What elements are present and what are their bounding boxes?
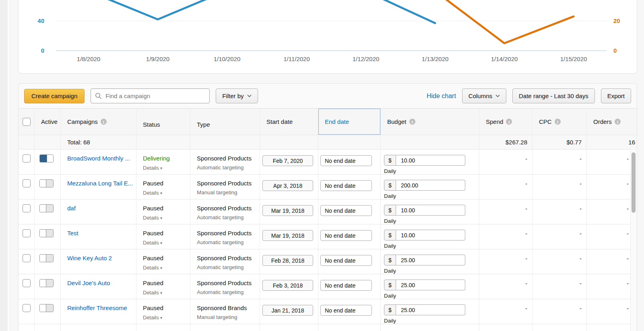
budget-period: Daily xyxy=(384,218,479,224)
campaign-link[interactable]: Wine Key Auto 2 xyxy=(67,255,112,261)
row-checkbox[interactable] xyxy=(23,304,31,312)
budget-input[interactable] xyxy=(396,255,465,265)
chevron-down-icon xyxy=(247,95,252,97)
date-range-button[interactable]: Date range - Last 30 days xyxy=(512,88,595,103)
campaign-cell: daf xyxy=(61,199,136,224)
status-cell: DeliveringDetails▾ xyxy=(136,150,190,174)
vertical-scrollbar[interactable] xyxy=(630,149,637,331)
details-expander[interactable]: Details▾ xyxy=(143,315,187,321)
spend-value: - xyxy=(479,175,533,199)
select-all-checkbox[interactable] xyxy=(23,118,31,126)
start-date-field[interactable]: Feb 28, 2018 xyxy=(262,255,313,266)
hide-chart-link[interactable]: Hide chart xyxy=(427,93,456,100)
active-toggle[interactable] xyxy=(39,279,54,287)
details-expander[interactable]: Details▾ xyxy=(143,265,187,271)
details-expander[interactable]: Details▾ xyxy=(143,290,187,296)
table-row: TestPausedDetails▾Sponsored ProductsAuto… xyxy=(19,224,637,249)
info-icon[interactable]: i xyxy=(409,119,415,125)
totals-empty-cell xyxy=(35,135,61,149)
end-date-input[interactable] xyxy=(320,180,372,191)
campaign-link[interactable]: BroadSword Monthly ... xyxy=(67,155,130,162)
budget-input[interactable] xyxy=(396,230,465,241)
details-expander[interactable]: Details▾ xyxy=(143,240,187,246)
start-date-field[interactable]: Mar 19, 2018 xyxy=(262,205,313,216)
search-input[interactable] xyxy=(91,88,210,103)
row-checkbox[interactable] xyxy=(23,229,31,237)
start-date-field[interactable]: Feb 3, 2018 xyxy=(262,280,313,291)
info-icon[interactable]: i xyxy=(506,119,512,125)
active-toggle[interactable] xyxy=(39,154,54,162)
column-header-type[interactable]: Type xyxy=(190,109,260,135)
budget-input[interactable] xyxy=(396,155,465,166)
info-icon[interactable]: i xyxy=(101,119,107,125)
start-date-field[interactable]: Feb 7, 2020 xyxy=(262,155,313,166)
end-date-input[interactable] xyxy=(320,155,372,166)
details-label: Details xyxy=(143,315,159,321)
column-header-status[interactable]: Status xyxy=(136,109,190,135)
active-toggle[interactable] xyxy=(39,179,54,187)
currency-prefix: $ xyxy=(384,255,396,265)
start-date-field[interactable]: Apr 3, 2018 xyxy=(262,180,313,191)
row-select-cell xyxy=(19,199,35,224)
targeting-type: Automatic targeting xyxy=(197,264,256,270)
details-expander[interactable]: Details▾ xyxy=(143,165,187,171)
start-date-field[interactable]: Mar 19, 2018 xyxy=(262,230,313,241)
end-date-cell xyxy=(318,274,381,299)
column-header-active[interactable]: Active xyxy=(35,109,61,135)
currency-prefix: $ xyxy=(384,155,396,166)
row-checkbox[interactable] xyxy=(23,204,31,212)
details-expander[interactable]: Details▾ xyxy=(143,215,187,221)
end-date-input[interactable] xyxy=(320,255,372,266)
budget-input[interactable] xyxy=(396,280,465,290)
start-date-field[interactable]: Jan 21, 2018 xyxy=(262,305,313,316)
campaign-cell: Test xyxy=(61,224,136,249)
filter-by-button[interactable]: Filter by xyxy=(216,88,258,103)
toggle-knob xyxy=(40,280,46,287)
details-expander[interactable]: Details▾ xyxy=(143,190,187,196)
campaign-link[interactable]: daf xyxy=(67,205,76,212)
row-checkbox[interactable] xyxy=(23,154,31,162)
budget-input[interactable] xyxy=(396,180,465,191)
totals-empty-cell xyxy=(136,135,190,149)
scrollbar-thumb[interactable] xyxy=(632,152,636,213)
column-header-select[interactable] xyxy=(19,109,35,135)
column-header-orders[interactable]: Ordersi xyxy=(587,109,637,135)
budget-input[interactable] xyxy=(396,304,465,315)
end-date-cell xyxy=(318,199,381,224)
start-date-cell: Feb 3, 2018 xyxy=(260,274,318,299)
info-icon[interactable]: i xyxy=(615,119,621,125)
active-toggle[interactable] xyxy=(39,204,54,212)
column-header-budget[interactable]: Budgeti xyxy=(381,109,479,135)
campaign-link[interactable]: Test xyxy=(67,230,78,236)
orders-value: - xyxy=(587,175,637,199)
budget-input[interactable] xyxy=(396,205,465,216)
columns-button[interactable]: Columns xyxy=(462,88,506,103)
row-select-cell xyxy=(19,224,35,249)
status-text: Paused xyxy=(143,280,187,286)
active-toggle[interactable] xyxy=(39,254,54,262)
cpc-value: - xyxy=(533,175,587,199)
end-date-input[interactable] xyxy=(320,230,372,241)
row-checkbox[interactable] xyxy=(23,254,31,262)
campaign-link[interactable]: Mezzaluna Long Tail E... xyxy=(67,180,133,187)
end-date-input[interactable] xyxy=(320,280,372,291)
cpc-value: - xyxy=(533,274,587,299)
info-icon[interactable]: i xyxy=(555,119,561,125)
row-checkbox[interactable] xyxy=(23,179,31,187)
active-toggle[interactable] xyxy=(39,304,54,312)
end-date-input[interactable] xyxy=(320,205,372,216)
column-header-spend[interactable]: Spendi xyxy=(479,109,533,135)
column-header-end_date[interactable]: End date xyxy=(318,109,381,135)
cpc-value: - xyxy=(533,150,587,174)
active-toggle[interactable] xyxy=(39,229,54,237)
column-header-campaigns[interactable]: Campaignsi xyxy=(61,109,136,135)
create-campaign-button[interactable]: Create campaign xyxy=(24,89,85,103)
column-header-cpc[interactable]: CPCi xyxy=(533,109,587,135)
campaign-link[interactable]: Devil Joe's Auto xyxy=(67,280,110,286)
row-checkbox[interactable] xyxy=(23,279,31,287)
column-header-start_date[interactable]: Start date xyxy=(260,109,318,135)
end-date-input[interactable] xyxy=(320,305,372,316)
campaign-cell: Wine Key Auto 2 xyxy=(61,249,136,274)
campaign-link[interactable]: Reinhoffer Threesome xyxy=(67,304,127,311)
export-button[interactable]: Export xyxy=(601,88,631,103)
